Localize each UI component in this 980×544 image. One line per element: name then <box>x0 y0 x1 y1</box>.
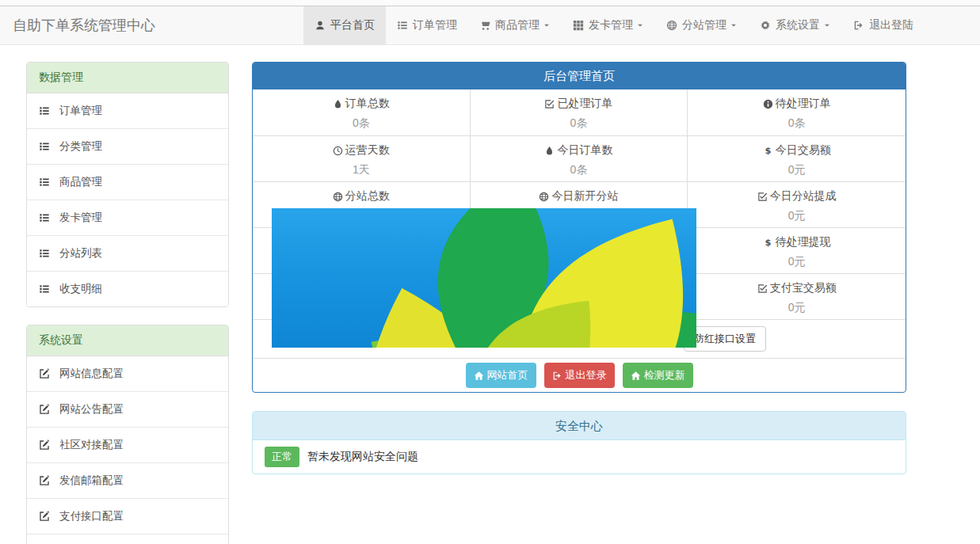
globe-icon <box>539 192 549 202</box>
stat-value: 0条 <box>471 163 688 177</box>
stat-today-substation-commission: 今日分站提成 0元 <box>688 181 906 227</box>
globe-icon <box>333 192 343 202</box>
list-icon <box>39 212 50 223</box>
sidebar-item-order-management[interactable]: 订单管理 <box>27 93 228 129</box>
nav-product-management[interactable]: 商品管理 <box>468 6 562 44</box>
nav-logout[interactable]: 退出登陆 <box>842 6 925 44</box>
dollar-icon <box>763 238 773 248</box>
sidebar-item-site-announcement-config[interactable]: 网站公告配置 <box>27 392 228 428</box>
check-update-button[interactable]: 检测更新 <box>623 363 693 388</box>
caret-down-icon <box>636 21 644 29</box>
app-title: 自助下单系统管理中心 <box>13 6 155 44</box>
dollar-icon <box>763 146 773 156</box>
promo-banner-image <box>272 208 696 348</box>
list-icon <box>39 283 50 295</box>
top-strip <box>0 0 980 6</box>
security-panel-title: 安全中心 <box>253 412 906 440</box>
stat-processed-orders: 已处理订单 0条 <box>471 89 688 135</box>
check-square-icon <box>757 283 768 294</box>
home-icon <box>631 371 641 381</box>
caret-down-icon <box>730 21 738 29</box>
sidebar-item-mailbox-config[interactable]: 发信邮箱配置 <box>27 463 228 499</box>
sign-out-icon <box>853 20 864 31</box>
check-square-icon <box>544 99 555 109</box>
check-square-icon <box>757 192 768 202</box>
nav-platform-home[interactable]: 平台首页 <box>303 6 386 44</box>
panel-footer-buttons: 网站首页 退出登录 检测更新 <box>253 358 906 392</box>
sidebar-section-title: 系统设置 <box>27 325 228 356</box>
stat-value: 1天 <box>253 163 470 177</box>
sidebar-panel-data-management: 数据管理 订单管理 分类管理 商品管理 发卡管理 分站列表 <box>26 62 229 307</box>
edit-icon <box>39 368 50 379</box>
stat-value: 0条 <box>688 116 906 131</box>
nav-label: 发卡管理 <box>589 18 633 32</box>
user-icon <box>315 20 326 31</box>
logout-button[interactable]: 退出登录 <box>544 363 615 388</box>
stat-value: 0元 <box>688 255 906 269</box>
sidebar-item-label: 商品管理 <box>59 175 102 189</box>
sidebar-item-product-management[interactable]: 商品管理 <box>27 165 228 200</box>
leaves-decoration <box>272 208 696 348</box>
admin-home-panel: 后台管理首页 订单总数 0条 已处理订单 0条 待处理订单 0条 运营天数 1天 <box>252 62 906 393</box>
nav-label: 退出登陆 <box>869 18 913 32</box>
stat-today-orders: 今日订单数 0条 <box>471 135 688 181</box>
sidebar-item-category-management[interactable]: 分类管理 <box>27 129 228 165</box>
list-icon <box>39 248 50 259</box>
sidebar-item-payment-interface-config[interactable]: 支付接口配置 <box>27 499 228 534</box>
nav-order-management[interactable]: 订单管理 <box>386 6 468 44</box>
sidebar-item-label: 社区对接配置 <box>59 438 124 452</box>
site-home-button[interactable]: 网站首页 <box>466 363 536 388</box>
list-icon <box>39 141 50 152</box>
sidebar-section-title: 数据管理 <box>27 63 228 93</box>
nav-label: 系统设置 <box>776 18 820 32</box>
cart-icon <box>479 20 490 31</box>
tint-icon <box>544 146 555 156</box>
list-icon <box>397 20 408 31</box>
nav-label: 商品管理 <box>495 18 540 32</box>
sidebar-item-label: 发卡管理 <box>59 211 102 225</box>
sidebar-item-label: 支付接口配置 <box>59 509 124 523</box>
sidebar-item-label: 网站公告配置 <box>59 402 124 417</box>
globe-icon <box>666 20 677 31</box>
stat-value: 0元 <box>688 301 906 315</box>
caret-down-icon <box>823 21 831 29</box>
top-navbar: 自助下单系统管理中心 平台首页 订单管理 商品管理 发卡管理 分站管理 系统设置 <box>0 6 980 45</box>
list-icon <box>39 177 50 188</box>
nav-card-management[interactable]: 发卡管理 <box>562 6 655 44</box>
nav-label: 订单管理 <box>413 18 457 32</box>
home-icon <box>474 371 484 381</box>
security-center-panel: 安全中心 正常 暂未发现网站安全问题 <box>252 411 906 474</box>
edit-icon <box>39 404 50 415</box>
sidebar-item-label: 分站列表 <box>59 246 102 261</box>
stat-value: 0条 <box>471 116 688 131</box>
stat-order-total: 订单总数 0条 <box>253 89 471 135</box>
stat-value: 0元 <box>688 209 906 223</box>
gear-icon <box>760 20 771 31</box>
sidebar-item-label: 收支明细 <box>59 282 102 296</box>
edit-icon <box>39 475 50 486</box>
nav-label: 平台首页 <box>330 18 375 32</box>
edit-icon <box>39 439 50 451</box>
stat-pending-withdrawal: 待处理提现 0元 <box>688 227 906 273</box>
sign-out-icon <box>552 371 562 381</box>
stat-value: 0条 <box>253 116 470 131</box>
page-content: 数据管理 订单管理 分类管理 商品管理 发卡管理 分站列表 <box>26 62 980 544</box>
sidebar-item-card-management[interactable]: 发卡管理 <box>27 200 228 236</box>
stat-today-transaction-amount: 今日交易额 0元 <box>688 135 906 181</box>
status-badge: 正常 <box>265 447 299 467</box>
sidebar: 数据管理 订单管理 分类管理 商品管理 发卡管理 分站列表 <box>26 62 229 544</box>
stat-operating-days: 运营天数 1天 <box>253 135 471 181</box>
sidebar-item-substation-list[interactable]: 分站列表 <box>27 236 228 272</box>
main-column: 后台管理首页 订单总数 0条 已处理订单 0条 待处理订单 0条 运营天数 1天 <box>252 62 906 474</box>
clock-icon <box>333 146 343 156</box>
sidebar-item-community-connect-config[interactable]: 社区对接配置 <box>27 428 228 463</box>
sidebar-item-income-expense-details[interactable]: 收支明细 <box>27 272 228 306</box>
list-icon <box>39 105 50 116</box>
main-nav: 平台首页 订单管理 商品管理 发卡管理 分站管理 系统设置 退出登陆 <box>303 6 925 44</box>
security-status-text: 暂未发现网站安全问题 <box>307 450 418 464</box>
sidebar-item-logo-upload[interactable]: 网站Logo上传 <box>27 534 228 544</box>
sidebar-item-label: 分类管理 <box>59 139 102 154</box>
nav-system-settings[interactable]: 系统设置 <box>749 6 842 44</box>
nav-substation-management[interactable]: 分站管理 <box>655 6 749 44</box>
sidebar-item-site-info-config[interactable]: 网站信息配置 <box>27 356 228 392</box>
